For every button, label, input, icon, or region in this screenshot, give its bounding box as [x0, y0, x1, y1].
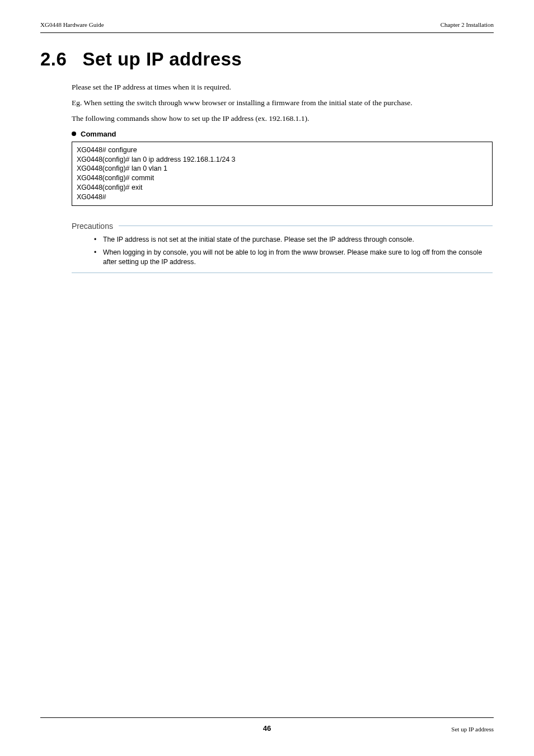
paragraph-3: The following commands show how to set u… — [72, 114, 493, 124]
command-heading: Command — [72, 130, 493, 138]
page-header: XG0448 Hardware Guide Chapter 2 Installa… — [40, 21, 494, 31]
footer-row: 46 Set up IP address — [40, 726, 494, 732]
precautions-heading: Precautions — [72, 222, 113, 231]
body-content: Please set the IP address at times when … — [72, 82, 493, 273]
footer-rule — [40, 717, 494, 718]
header-rule — [40, 32, 494, 33]
precautions-rule-top — [119, 226, 493, 226]
section-heading-text: Set up IP address — [82, 49, 242, 70]
precautions-list: The IP address is not set at the initial… — [94, 235, 493, 267]
command-code-box: XG0448# configure XG0448(config)# lan 0 … — [72, 142, 493, 206]
bullet-icon — [72, 132, 76, 136]
section-number: 2.6 — [40, 49, 67, 70]
command-heading-text: Command — [81, 130, 116, 138]
header-right: Chapter 2 Installation — [441, 21, 494, 28]
precaution-item: When logging in by console, you will not… — [94, 248, 493, 267]
header-left: XG0448 Hardware Guide — [40, 21, 104, 28]
precautions-heading-row: Precautions — [72, 222, 493, 231]
footer-section-name: Set up IP address — [451, 726, 494, 732]
section-title: 2.6 Set up IP address — [40, 49, 494, 70]
precautions-section: Precautions The IP address is not set at… — [72, 222, 493, 273]
precaution-item: The IP address is not set at the initial… — [94, 235, 493, 245]
page: XG0448 Hardware Guide Chapter 2 Installa… — [0, 0, 534, 756]
paragraph-2: Eg. When setting the switch through www … — [72, 98, 493, 108]
paragraph-1: Please set the IP address at times when … — [72, 82, 493, 92]
footer-page-number: 46 — [263, 724, 271, 732]
page-footer: 46 Set up IP address — [40, 717, 494, 732]
precautions-rule-bottom — [72, 273, 493, 273]
